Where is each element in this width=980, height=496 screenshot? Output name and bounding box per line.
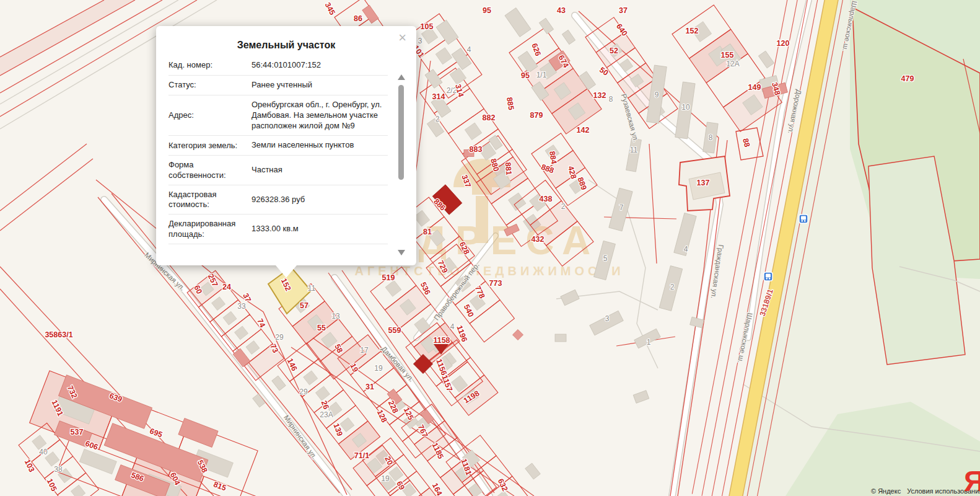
parcel-label[interactable]: 345: [323, 1, 337, 17]
parcel-label[interactable]: 883: [470, 145, 483, 154]
scroll-up-arrow-icon[interactable]: [398, 74, 405, 80]
parcel-label[interactable]: 8: [609, 95, 613, 104]
popup-row: Форма собственности:Частная: [168, 156, 388, 185]
parcel-label[interactable]: 35863/1: [45, 330, 72, 339]
parcel-label[interactable]: 3: [605, 314, 610, 323]
parcel-label[interactable]: 1: [647, 338, 651, 347]
parcel-label[interactable]: 2: [561, 202, 566, 211]
parcel-label[interactable]: 132: [593, 91, 606, 100]
parcel-label[interactable]: 95: [483, 6, 491, 15]
parcel-label[interactable]: 13: [331, 312, 340, 321]
map-viewport[interactable]: АДРЕСААГЕНТСТВО НЕДВИЖИМОСТИМирнинская у…: [0, 0, 980, 496]
parcel-label[interactable]: 55: [317, 324, 326, 332]
parcel-label[interactable]: 7: [619, 203, 624, 212]
parcel-label[interactable]: 884: [548, 151, 558, 165]
scroll-down-arrow-icon[interactable]: [398, 250, 405, 255]
parcel-label[interactable]: 4: [467, 45, 471, 54]
parcel-label[interactable]: 879: [530, 111, 543, 120]
parcel-label[interactable]: 2: [670, 283, 675, 291]
popup-field-label: Адрес:: [168, 110, 247, 120]
parcel-label[interactable]: 9: [655, 91, 659, 99]
parcel-label[interactable]: 146: [286, 357, 299, 373]
parcel-label[interactable]: 29: [299, 388, 308, 396]
parcel-label[interactable]: 86: [354, 14, 362, 23]
parcel-label[interactable]: 81: [423, 228, 432, 236]
parcel-label[interactable]: 74: [255, 317, 267, 329]
parcel-info-popup: × Земельный участок Кад. номер:56:44:010…: [156, 26, 416, 265]
parcel-label[interactable]: 438: [540, 195, 553, 203]
street-label: Дамбовая ул.: [380, 345, 415, 383]
parcel-label[interactable]: 38: [54, 465, 63, 474]
parcel-label[interactable]: 71/1: [354, 451, 369, 460]
parcel-label[interactable]: 4: [450, 322, 455, 331]
popup-field-value: Оренбургская обл., г. Оренбург, ул. Дамб…: [252, 100, 388, 131]
parcel-label[interactable]: 2: [435, 115, 440, 123]
popup-field-label: Кад. номер:: [168, 60, 247, 70]
popup-field-label: Форма собственности:: [168, 160, 247, 180]
scroll-thumb[interactable]: [398, 85, 404, 180]
parcel-label[interactable]: 19: [374, 364, 383, 373]
parcel-label[interactable]: 773: [489, 279, 502, 288]
parcel-label[interactable]: 152: [686, 27, 699, 35]
parcel-label[interactable]: 137: [697, 179, 710, 187]
parcel-label[interactable]: 11: [308, 284, 316, 293]
parcel-label[interactable]: 695: [149, 427, 164, 439]
parcel-label[interactable]: 155: [721, 51, 734, 60]
parcel-label[interactable]: 314: [453, 83, 465, 98]
parcel-label[interactable]: 519: [382, 273, 395, 282]
parcel-label[interactable]: 1/1: [536, 71, 547, 79]
parcel-label[interactable]: 52: [610, 46, 618, 55]
parcel-label[interactable]: 37: [619, 6, 628, 15]
parcel-label[interactable]: 10: [681, 103, 690, 112]
parcel-label[interactable]: 314: [432, 92, 445, 101]
parcel-label[interactable]: 882: [483, 113, 496, 122]
parcel-label[interactable]: 17: [360, 346, 369, 355]
parcel-label[interactable]: 626: [530, 42, 543, 57]
parcel-label[interactable]: 33: [237, 302, 246, 311]
parcel-label[interactable]: 105: [45, 477, 59, 493]
popup-field-value: Земли населенных пунктов: [252, 140, 388, 151]
parcel-label[interactable]: 537: [71, 428, 84, 436]
popup-field-value: Ранее учтенный: [252, 80, 388, 91]
parcel-label[interactable]: 24: [222, 283, 231, 291]
parcel-label[interactable]: 1158: [433, 336, 450, 345]
close-icon[interactable]: ×: [398, 31, 406, 45]
parcel-label[interactable]: 103: [23, 458, 37, 474]
parcel-label[interactable]: 88: [741, 138, 751, 148]
parcel-label[interactable]: 43: [557, 6, 566, 15]
popup-rows: Кад. номер:56:44:0101007:152Статус:Ранее…: [168, 56, 388, 244]
parcel-label[interactable]: 559: [388, 326, 401, 335]
parcel-label[interactable]: 149: [748, 83, 761, 92]
popup-field-value: Частная: [252, 165, 388, 175]
parcel-label[interactable]: 1157: [440, 374, 453, 392]
parcel-label[interactable]: 885: [505, 97, 515, 111]
popup-row: Кадастровая стоимость:926328.36 руб: [168, 185, 388, 215]
parcel-label[interactable]: 105: [421, 22, 434, 31]
parcel-label[interactable]: 11: [630, 146, 638, 154]
popup-tail: [276, 265, 297, 278]
parcel-label[interactable]: 12А: [726, 60, 739, 68]
popup-title: Земельный участок: [181, 40, 392, 51]
parcel-label[interactable]: 31: [365, 383, 374, 391]
parcel-label[interactable]: 432: [532, 235, 545, 244]
parcel-label[interactable]: 50: [598, 66, 610, 78]
parcel-label[interactable]: 29: [275, 333, 284, 342]
parcel-label[interactable]: 4: [684, 245, 688, 254]
parcel-label[interactable]: 95: [521, 71, 530, 80]
parcel-label[interactable]: 881: [504, 162, 514, 175]
yandex-logo: Я: [964, 469, 980, 494]
map-canvas[interactable]: АДРЕСААГЕНТСТВО НЕДВИЖИМОСТИМирнинская у…: [0, 0, 980, 496]
popup-field-label: Статус:: [168, 80, 247, 90]
parcel-label[interactable]: 19: [381, 474, 390, 483]
parcel-label[interactable]: 40: [39, 448, 48, 456]
parcel-label[interactable]: 142: [577, 126, 590, 135]
parcel-label[interactable]: 57: [300, 301, 308, 310]
parcel-label[interactable]: 8: [709, 133, 713, 142]
parcel-label[interactable]: 23А: [320, 410, 333, 419]
popup-scrollbar[interactable]: [397, 74, 405, 255]
copyright-text: © Яндекс: [871, 487, 901, 495]
parcel-label[interactable]: 479: [901, 74, 914, 83]
parcel-label[interactable]: 815: [212, 480, 227, 492]
parcel-label[interactable]: 120: [777, 39, 790, 48]
parcel-label[interactable]: 5: [603, 254, 608, 263]
